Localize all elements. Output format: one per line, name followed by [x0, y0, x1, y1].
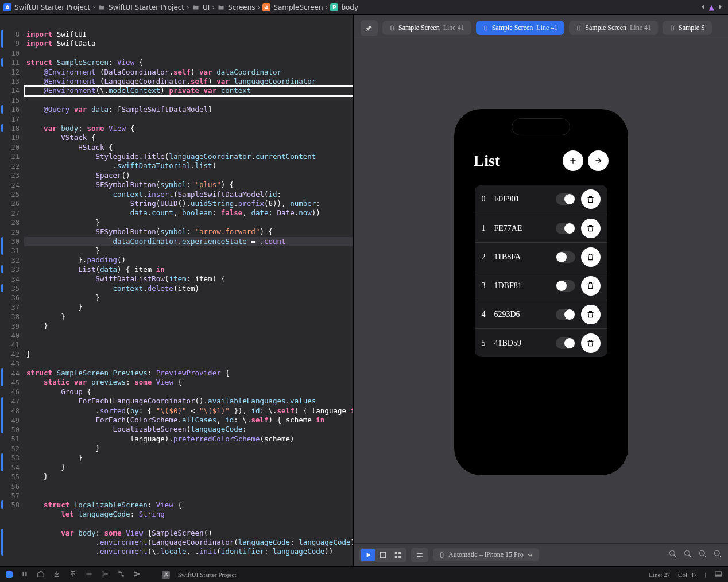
branch-icon[interactable]: [101, 570, 109, 579]
toggle[interactable]: [556, 251, 575, 263]
code-line[interactable]: .environment(LanguageCoordinator(languag…: [24, 538, 353, 547]
code-line[interactable]: @Query var data: [SampleSwiftDataModel]: [24, 105, 353, 114]
upload-icon[interactable]: [69, 570, 77, 579]
code-line[interactable]: language).preferredColorScheme(scheme): [24, 434, 353, 444]
delete-button[interactable]: [581, 247, 601, 267]
code-line[interactable]: .swiftDataTutorial.list): [24, 161, 353, 170]
code-line[interactable]: [24, 331, 353, 340]
code-line[interactable]: }: [24, 463, 353, 472]
code-line[interactable]: }: [24, 218, 353, 227]
breadcrumb-item[interactable]: SampleScreen: [262, 3, 323, 11]
code-line[interactable]: var body: some View {SampleScreen(): [24, 529, 353, 538]
preview-tab[interactable]: Sample ScreenLine 41: [569, 21, 658, 35]
code-line[interactable]: @Environment (LanguageCoordinator.self) …: [24, 77, 353, 86]
home-icon[interactable]: [37, 570, 45, 579]
code-line[interactable]: [24, 96, 353, 105]
toggle[interactable]: [556, 309, 575, 320]
breadcrumb-item[interactable]: Screens: [217, 3, 255, 11]
code-line[interactable]: }: [24, 293, 353, 302]
zoom-in-icon[interactable]: [713, 549, 722, 561]
code-line[interactable]: struct SampleScreen: View {: [24, 58, 353, 67]
code-line[interactable]: data.count, boolean: false, date: Date.n…: [24, 208, 353, 218]
code-line[interactable]: }: [24, 444, 353, 453]
code-line[interactable]: [24, 519, 353, 528]
code-line[interactable]: List(data) { item in: [24, 265, 353, 274]
code-line[interactable]: }: [24, 302, 353, 312]
code-line[interactable]: struct LocalizableScreen: View {: [24, 500, 353, 510]
selectable-mode-button[interactable]: [375, 549, 390, 561]
breadcrumb-item[interactable]: UI: [192, 3, 210, 11]
delete-button[interactable]: [581, 189, 601, 209]
delete-button[interactable]: [581, 219, 601, 238]
code-line[interactable]: struct SampleScreen_Previews: PreviewPro…: [24, 368, 353, 378]
code-line[interactable]: ForEach(LanguageCoordinator().availableL…: [24, 397, 353, 406]
code-line[interactable]: Group {: [24, 387, 353, 397]
chevron-right-icon[interactable]: [718, 3, 723, 11]
code-line[interactable]: [24, 115, 353, 124]
code-line[interactable]: [24, 491, 353, 500]
code-line[interactable]: static var previews: some View {: [24, 378, 353, 387]
pause-icon[interactable]: [21, 570, 29, 579]
code-line[interactable]: }: [24, 472, 353, 481]
hierarchy-icon[interactable]: [117, 570, 125, 579]
code-line[interactable]: context.delete(item): [24, 284, 353, 293]
code-line[interactable]: Spacer(): [24, 171, 353, 180]
download-icon[interactable]: [53, 570, 61, 579]
code-line[interactable]: @Environment(\.modelContext) private var…: [24, 86, 353, 95]
chevron-left-icon[interactable]: [700, 3, 706, 11]
toggle[interactable]: [556, 223, 575, 234]
code-line[interactable]: String(UUID().uuidString.prefix(6)), num…: [24, 199, 353, 208]
code-line[interactable]: }: [24, 312, 353, 321]
breadcrumb-item[interactable]: Pbody: [330, 3, 358, 11]
code-line[interactable]: .environment(\.locale, .init(identifier:…: [24, 547, 353, 556]
device-settings-button[interactable]: [412, 549, 427, 561]
code-line[interactable]: dataCoordinator.experienceState = .count: [24, 237, 353, 246]
zoom-out-icon[interactable]: [668, 549, 677, 561]
code-line[interactable]: SwiftDataListRow(item: item) {: [24, 274, 353, 284]
send-icon[interactable]: [133, 570, 141, 579]
preview-tab[interactable]: Sample S: [663, 21, 712, 35]
toggle[interactable]: [556, 280, 575, 292]
code-line[interactable]: Styleguide.Title(languageCoordinator.cur…: [24, 152, 353, 161]
zoom-actual-icon[interactable]: [698, 549, 707, 561]
variants-mode-button[interactable]: [390, 549, 405, 561]
delete-button[interactable]: [581, 333, 601, 353]
add-button[interactable]: [563, 150, 583, 171]
code-line[interactable]: }.padding(): [24, 255, 353, 265]
code-line[interactable]: }: [24, 321, 353, 331]
forward-button[interactable]: [588, 150, 609, 171]
code-line[interactable]: }: [24, 350, 353, 359]
code-line[interactable]: .sorted(by: { "\($0)" < "\($1)" }), id: …: [24, 406, 353, 416]
code-line[interactable]: SFSymbolButton(symbol: "arrow.forward") …: [24, 227, 353, 236]
code-line[interactable]: [24, 482, 353, 491]
stack-icon[interactable]: [85, 570, 93, 579]
code-line[interactable]: SFSymbolButton(symbol: "plus") {: [24, 180, 353, 189]
preview-tab[interactable]: Sample ScreenLine 41: [476, 21, 565, 35]
preview-tab[interactable]: Sample ScreenLine 41: [382, 21, 471, 35]
code-line[interactable]: LocalizableScreen(languageCode:: [24, 425, 353, 434]
device-selector[interactable]: Automatic – iPhone 15 Pro: [433, 548, 539, 561]
code-line[interactable]: [24, 340, 353, 350]
code-line[interactable]: }: [24, 453, 353, 463]
code-line[interactable]: var body: some View {: [24, 124, 353, 133]
code-line[interactable]: import SwiftUI: [24, 30, 353, 39]
code-line[interactable]: [24, 359, 353, 368]
breadcrumb-item[interactable]: SwiftUI Starter Project: [98, 3, 184, 11]
code-line[interactable]: VStack {: [24, 133, 353, 142]
live-mode-button[interactable]: [361, 549, 375, 561]
code-editor[interactable]: 8910111213141516171819202122232425262728…: [0, 15, 354, 566]
code-line[interactable]: context.insert(SampleSwiftDataModel(id:: [24, 190, 353, 199]
code-line[interactable]: }: [24, 246, 353, 255]
code-line[interactable]: import SwiftData: [24, 39, 353, 48]
toggle[interactable]: [556, 193, 575, 205]
code-line[interactable]: [24, 49, 353, 58]
code-line[interactable]: @Environment (DataCoordinator.self) var …: [24, 68, 353, 77]
code-line[interactable]: HStack {: [24, 143, 353, 152]
toggle[interactable]: [556, 337, 575, 349]
panel-icon[interactable]: [714, 570, 722, 579]
pin-button[interactable]: [361, 20, 378, 36]
code-line[interactable]: let languageCode: String: [24, 510, 353, 519]
delete-button[interactable]: [581, 276, 601, 296]
delete-button[interactable]: [581, 305, 601, 324]
code-line[interactable]: ForEach(ColorScheme.allCases, id: \.self…: [24, 416, 353, 425]
